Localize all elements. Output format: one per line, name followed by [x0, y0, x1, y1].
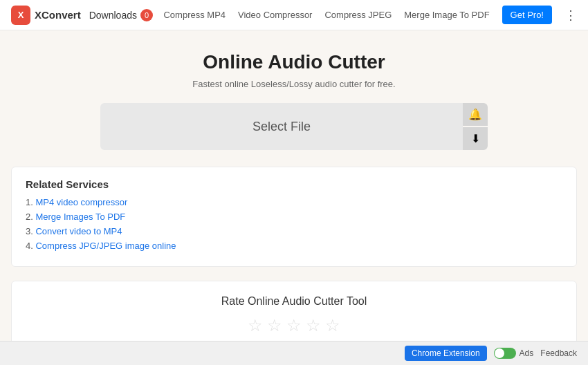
rating-title: Rate Online Audio Cutter Tool	[26, 295, 562, 308]
ads-label: Ads	[520, 348, 534, 358]
downloads-badge: 0	[140, 9, 153, 21]
star-1[interactable]: ☆	[248, 316, 263, 335]
related-link-convert-video[interactable]: Convert video to MP4	[35, 226, 122, 236]
list-item-num: 3.	[26, 226, 33, 236]
related-services-title: Related Services	[26, 178, 562, 190]
navbar-right: Compress MP4 Video Compressor Compress J…	[163, 6, 577, 24]
more-menu-icon[interactable]: ⋮	[564, 8, 577, 23]
hero-section: Online Audio Cutter Fastest online Losel…	[11, 51, 577, 89]
page-title: Online Audio Cutter	[11, 51, 577, 73]
logo-text: XConvert	[35, 9, 81, 21]
list-item-num: 4.	[26, 241, 33, 251]
star-4[interactable]: ☆	[306, 316, 321, 335]
logo-link[interactable]: X XConvert	[11, 6, 81, 25]
list-item: 3. Convert video to MP4	[26, 226, 562, 236]
nav-link-merge-image-to-pdf[interactable]: Merge Image To PDF	[404, 10, 489, 20]
nav-link-compress-jpeg[interactable]: Compress JPEG	[324, 10, 392, 20]
upload-side-buttons: 🔔 ⬇	[463, 103, 488, 150]
star-rating: ☆ ☆ ☆ ☆ ☆	[26, 316, 562, 335]
footer-bar: Chrome Extension Ads Feedback	[0, 341, 588, 365]
download-icon: ⬇	[471, 132, 480, 145]
related-link-merge-images[interactable]: Merge Images To PDF	[35, 212, 125, 222]
main-content: Online Audio Cutter Fastest online Losel…	[0, 30, 588, 365]
list-item-num: 1.	[26, 197, 33, 207]
star-5[interactable]: ☆	[325, 316, 340, 335]
list-item: 1. MP4 video compressor	[26, 197, 562, 207]
navbar-left: X XConvert Downloads 0	[11, 6, 153, 25]
feedback-button[interactable]: Feedback	[540, 348, 577, 358]
related-services-list: 1. MP4 video compressor 2. Merge Images …	[26, 197, 562, 251]
downloads-label: Downloads	[89, 10, 137, 21]
toggle-knob	[495, 348, 504, 358]
related-link-mp4-compressor[interactable]: MP4 video compressor	[35, 197, 127, 207]
navbar: X XConvert Downloads 0 Compress MP4 Vide…	[0, 0, 588, 30]
logo-icon: X	[11, 6, 30, 25]
upload-download-button[interactable]: ⬇	[463, 127, 488, 150]
bell-icon: 🔔	[468, 108, 482, 121]
list-item-num: 2.	[26, 212, 33, 222]
star-2[interactable]: ☆	[267, 316, 282, 335]
related-link-compress-jpg[interactable]: Compress JPG/JPEG image online	[35, 241, 176, 251]
nav-link-video-compressor[interactable]: Video Compressor	[238, 10, 312, 20]
star-3[interactable]: ☆	[286, 316, 302, 335]
ads-toggle: Ads	[494, 348, 534, 359]
select-file-label: Select File	[252, 120, 311, 134]
nav-link-compress-mp4[interactable]: Compress MP4	[163, 10, 226, 20]
list-item: 4. Compress JPG/JPEG image online	[26, 241, 562, 251]
hero-subtitle: Fastest online Loseless/Lossy audio cutt…	[11, 79, 577, 89]
ads-toggle-switch[interactable]	[494, 348, 516, 359]
get-pro-button[interactable]: Get Pro!	[502, 6, 552, 24]
upload-bell-button[interactable]: 🔔	[463, 103, 488, 126]
related-services-section: Related Services 1. MP4 video compressor…	[11, 167, 577, 267]
list-item: 2. Merge Images To PDF	[26, 212, 562, 222]
select-file-button[interactable]: Select File	[100, 103, 463, 150]
chrome-extension-button[interactable]: Chrome Extension	[405, 346, 487, 361]
upload-area: Select File 🔔 ⬇	[100, 103, 488, 150]
downloads-button[interactable]: Downloads 0	[89, 9, 153, 21]
